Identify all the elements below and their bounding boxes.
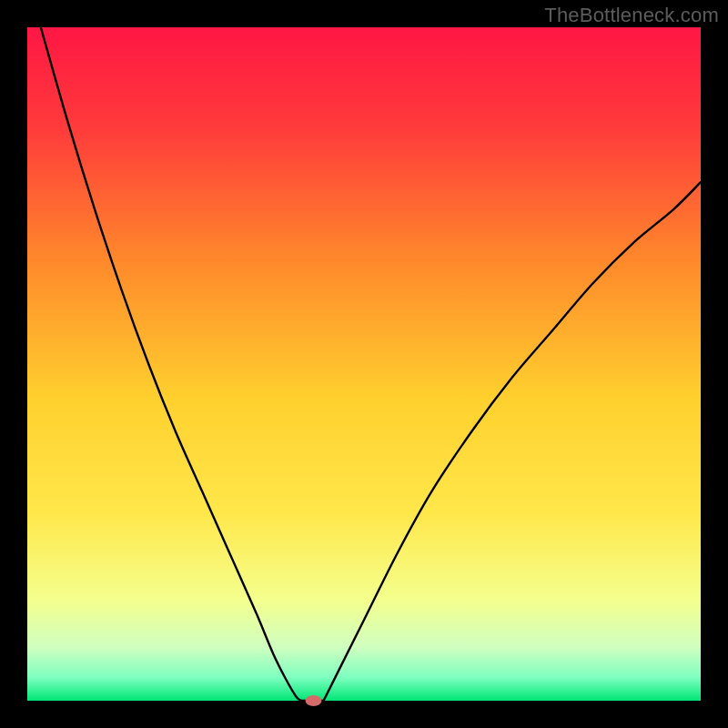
watermark-text: TheBottleneck.com — [544, 4, 719, 27]
bottleneck-marker — [306, 695, 322, 706]
bottleneck-chart — [0, 0, 728, 728]
plot-background — [27, 27, 701, 701]
chart-frame: { "watermark": "TheBottleneck.com", "cha… — [0, 0, 728, 728]
